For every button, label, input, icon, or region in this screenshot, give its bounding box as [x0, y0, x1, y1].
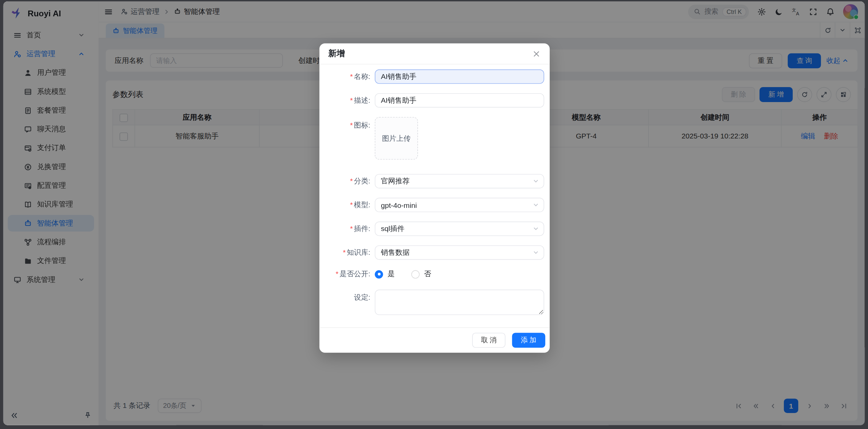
public-yes-radio[interactable]	[375, 270, 383, 278]
public-no-radio[interactable]	[411, 270, 419, 278]
knowledge-select[interactable]: 销售数据	[375, 245, 544, 260]
dialog-body: *名称: *描述: *图标: 图片上传 *分类: 官网推荐	[319, 64, 550, 327]
cancel-button[interactable]: 取消	[472, 333, 505, 348]
page: Ruoyi AI 首页 运营管理 用户管理 系统模型	[0, 1, 868, 429]
upload-text: 图片上传	[382, 133, 411, 143]
plugin-label: 插件:	[354, 224, 370, 232]
app-window: Ruoyi AI 首页 运营管理 用户管理 系统模型	[3, 1, 865, 425]
description-field-row: *描述:	[319, 93, 544, 108]
setting-field-row: 设定:	[319, 290, 544, 317]
chevron-down-icon	[532, 249, 539, 256]
knowledge-label: 知识库:	[347, 248, 370, 256]
setting-textarea[interactable]	[375, 290, 544, 315]
category-field-row: *分类: 官网推荐	[319, 174, 544, 188]
model-select[interactable]: gpt-4o-mini	[375, 198, 544, 212]
dialog-footer: 取消 添加	[319, 327, 550, 353]
close-icon[interactable]	[532, 49, 541, 58]
name-label: 名称:	[354, 72, 370, 80]
model-field-row: *模型: gpt-4o-mini	[319, 198, 544, 212]
public-no-label: 否	[424, 269, 431, 279]
dialog-title: 新增	[328, 48, 345, 59]
dialog-header: 新增	[319, 44, 550, 65]
add-dialog: 新增 *名称: *描述: *图标: 图片上传 *分类: 官网推荐	[319, 44, 550, 353]
icon-label: 图标:	[354, 121, 370, 129]
name-field-row: *名称:	[319, 69, 544, 84]
public-yes-label: 是	[387, 269, 395, 279]
plugin-field-row: *插件: sql插件	[319, 221, 544, 236]
category-label: 分类:	[354, 177, 370, 185]
submit-add-button[interactable]: 添加	[512, 333, 545, 348]
name-input[interactable]	[375, 69, 544, 84]
setting-label: 设定:	[354, 293, 370, 301]
model-label: 模型:	[354, 200, 370, 209]
chevron-down-icon	[532, 226, 539, 232]
image-upload-box[interactable]: 图片上传	[375, 117, 418, 160]
description-label: 描述:	[354, 96, 370, 104]
knowledge-field-row: *知识库: 销售数据	[319, 245, 544, 260]
plugin-select[interactable]: sql插件	[375, 221, 544, 236]
chevron-down-icon	[532, 202, 539, 209]
chevron-down-icon	[532, 178, 539, 185]
category-select[interactable]: 官网推荐	[375, 174, 544, 188]
public-field-row: *是否公开: 是 否	[319, 269, 544, 279]
public-label: 是否公开:	[340, 270, 370, 278]
icon-field-row: *图标: 图片上传	[319, 117, 544, 160]
description-input[interactable]	[375, 93, 544, 108]
